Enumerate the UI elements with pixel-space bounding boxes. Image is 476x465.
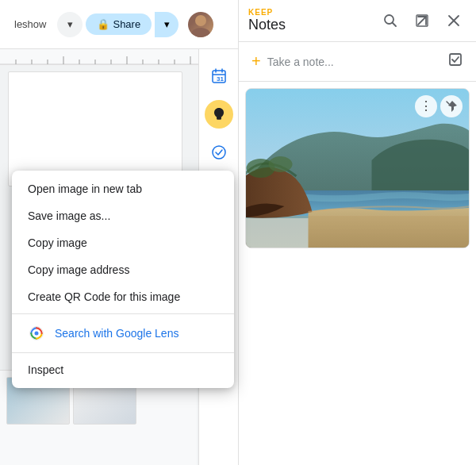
keep-title: Notes [248,17,378,33]
sidebar-calendar-icon[interactable]: 31 [205,62,233,90]
more-vertical-icon: ⋮ [420,100,432,113]
tasks-checkmark-icon [211,144,227,160]
open-new-tab-label: Open image in new tab [28,183,142,195]
svg-line-36 [447,102,449,104]
context-copy-image[interactable]: Copy image [12,229,234,256]
note-card-actions: ⋮ [415,95,463,117]
copy-image-label: Copy image [28,236,87,249]
svg-line-26 [393,23,397,27]
keep-header-actions [378,8,466,33]
plus-icon: + [251,52,261,71]
sidebar-keep-icon[interactable] [205,100,233,129]
share-dropdown-button[interactable]: ▾ [155,12,178,37]
close-icon [447,13,461,28]
svg-point-35 [269,156,293,172]
share-button[interactable]: 🔒 Share [86,13,152,35]
copy-image-address-label: Copy image address [28,263,129,276]
keep-notes-panel: KEEP Notes [238,0,476,465]
dropdown-arrow-icon: ▾ [67,18,73,30]
context-menu: Open image in new tab Save image as... C… [12,171,234,388]
sidebar-tasks-icon[interactable] [205,138,233,167]
note-more-button[interactable]: ⋮ [415,95,437,117]
create-qr-code-label: Create QR Code for this image [28,290,180,303]
take-note-bar[interactable]: + Take a note... [239,42,476,82]
inspect-label: Inspect [28,363,63,376]
keep-bulb-icon [211,106,227,122]
avatar-image [188,12,213,37]
svg-rect-33 [246,216,469,248]
search-icon [383,13,397,28]
google-lens-icon [28,325,45,342]
search-google-lens-label: Search with Google Lens [55,327,178,340]
slideshow-label: leshow [14,18,46,30]
avatar[interactable] [188,12,213,37]
svg-point-1 [191,28,210,37]
keep-search-button[interactable] [378,8,403,33]
pin-icon [445,100,458,113]
context-menu-divider-1 [12,313,234,314]
lock-icon: 🔒 [97,18,109,30]
slideshow-button[interactable]: leshow [6,13,54,35]
external-link-icon [415,13,429,28]
keep-header: KEEP Notes [239,0,476,42]
share-chevron-icon: ▾ [164,18,170,30]
keep-brand-label: KEEP [248,8,378,17]
toolbar: leshow ▾ 🔒 Share ▾ [0,0,238,49]
dropdown-button[interactable]: ▾ [57,12,83,37]
note-pin-button[interactable] [440,95,463,117]
svg-text:31: 31 [217,75,224,83]
context-search-google-lens[interactable]: Search with Google Lens [12,317,234,349]
slide-canvas[interactable] [8,71,182,186]
keep-logo: KEEP Notes [248,8,378,33]
keep-external-link-button[interactable] [409,8,435,33]
keep-close-button[interactable] [441,8,466,33]
context-save-image-as[interactable]: Save image as... [12,202,234,229]
svg-point-0 [195,15,206,26]
svg-point-38 [35,332,39,336]
context-copy-image-address[interactable]: Copy image address [12,256,234,283]
take-note-placeholder: Take a note... [267,56,447,68]
checkbox-icon[interactable] [447,52,463,71]
context-create-qr-code[interactable]: Create QR Code for this image [12,283,234,310]
context-open-new-tab[interactable]: Open image in new tab [12,175,234,202]
svg-rect-30 [450,54,461,65]
context-inspect[interactable]: Inspect [12,356,234,383]
note-card[interactable]: ⋮ [245,88,470,248]
svg-point-24 [213,146,225,159]
context-menu-divider-2 [12,352,234,353]
save-image-as-label: Save image as... [28,209,110,222]
